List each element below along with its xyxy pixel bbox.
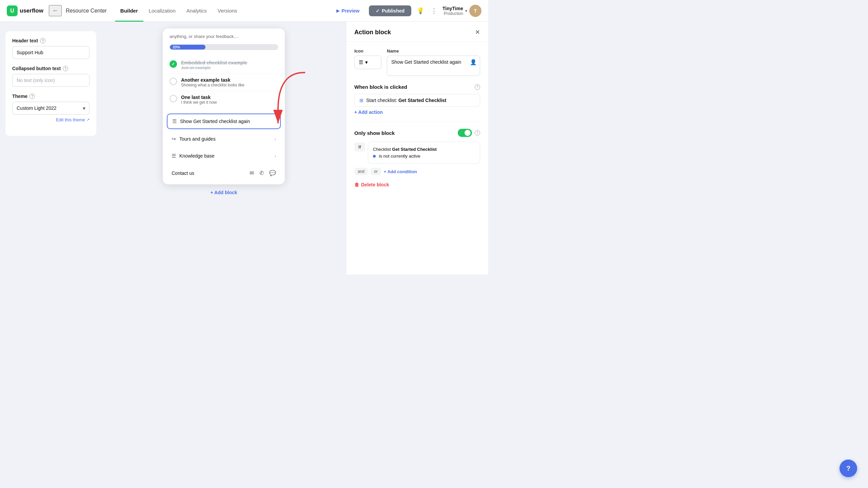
contact-icons: ✉ ✆ 💬	[250, 170, 276, 176]
back-button[interactable]: ←	[49, 5, 62, 16]
logo-icon: U	[7, 5, 18, 16]
action-block-label: Show Get Started checklist again	[180, 119, 250, 124]
contact-row: Contact us ✉ ✆ 💬	[167, 166, 281, 180]
checklist-item-title: One last task	[181, 95, 217, 100]
tours-label: Tours and guides	[179, 136, 216, 142]
and-or-row: and or + Add condition	[354, 168, 480, 175]
icon-field-label: Icon	[354, 48, 381, 54]
chevron-right-icon: ›	[275, 154, 276, 159]
name-input[interactable]: Show Get Started checklist again	[387, 56, 480, 76]
check-icon: ✓	[376, 8, 380, 14]
delete-block-button[interactable]: 🗑 Delete block	[354, 182, 480, 187]
action-block-tours[interactable]: ↪ Tours and guides ›	[167, 132, 281, 146]
action-item: ⊞ Start checklist: Get Started Checklist	[354, 94, 480, 107]
tab-versions[interactable]: Versions	[212, 0, 243, 22]
right-panel: Action block ✕ Icon ☰ ▾ Name Show Get St…	[346, 22, 488, 274]
action-block-knowledge[interactable]: ☰ Knowledge base ›	[167, 149, 281, 163]
or-badge[interactable]: or	[371, 168, 381, 175]
add-condition-button[interactable]: + Add condition	[384, 169, 417, 174]
divider	[354, 122, 480, 122]
nav-title: Resource Center	[66, 8, 107, 14]
checklist-items: Embedded checklist example Just an examp…	[163, 54, 285, 111]
tab-analytics[interactable]: Analytics	[181, 0, 212, 22]
checklist-item-sub: Just an example	[181, 65, 247, 70]
progress-bar-bg: 33%	[170, 44, 278, 50]
header-text-input[interactable]	[12, 46, 90, 59]
tours-icon: ↪	[172, 136, 176, 142]
theme-help-icon[interactable]: ?	[29, 94, 35, 99]
widget-body: anything, or share your feedback.... 33%…	[163, 28, 285, 184]
published-button[interactable]: ✓ Published	[369, 5, 411, 16]
add-block-button[interactable]: + Add block	[210, 190, 237, 195]
icon-group: Icon ☰ ▾	[354, 48, 381, 77]
checklist-icon: ☰	[172, 118, 177, 124]
collapsed-button-group: Collapsed button text ?	[12, 66, 90, 87]
kb-icon: ☰	[172, 153, 176, 159]
main-layout: Header text ? Collapsed button text ? Th…	[0, 22, 488, 274]
when-clicked-help-icon[interactable]: ?	[475, 84, 480, 90]
checklist-item: Another example task Showing what a chec…	[170, 74, 278, 91]
right-body: Icon ☰ ▾ Name Show Get Started checklist…	[346, 42, 488, 194]
collapsed-button-input[interactable]	[12, 74, 90, 87]
only-show-row: Only show block ?	[354, 129, 480, 137]
tab-localization[interactable]: Localization	[143, 0, 181, 22]
and-badge[interactable]: and	[354, 168, 368, 175]
user-info[interactable]: TinyTime Production ▾ T	[442, 5, 481, 17]
lightbulb-icon-button[interactable]: 💡	[415, 6, 426, 16]
checklist-item-title: Another example task	[181, 77, 244, 83]
progress-text: 33%	[173, 45, 180, 49]
external-link-icon: ↗	[86, 118, 90, 122]
phone-icon[interactable]: ✆	[259, 170, 264, 176]
nav-tabs: Builder Localization Analytics Versions	[115, 0, 242, 22]
top-nav: U userflow ← Resource Center Builder Loc…	[0, 0, 488, 22]
add-action-button[interactable]: + Add action	[354, 109, 480, 115]
theme-select[interactable]: Custom Light 2022	[12, 102, 90, 115]
chevron-down-icon: ▾	[465, 8, 467, 13]
center-panel: anything, or share your feedback.... 33%…	[102, 22, 346, 274]
icon-select-chevron: ▾	[365, 59, 368, 65]
preview-button[interactable]: ▶ Preview	[331, 5, 365, 16]
name-field-label: Name	[387, 48, 480, 54]
progress-section: 33%	[163, 42, 285, 54]
chat-icon[interactable]: 💬	[269, 170, 276, 176]
name-group: Name Show Get Started checklist again 👤	[387, 48, 480, 77]
action-blocks: ☰ Show Get Started checklist again ↪ Tou…	[163, 111, 285, 184]
condition-row: If Checklist Get Started Checklist is no…	[354, 142, 480, 164]
if-badge: If	[354, 142, 365, 151]
header-text-label: Header text ?	[12, 38, 90, 43]
list-icon: ☰	[359, 59, 363, 65]
progress-bar-fill: 33%	[170, 45, 205, 49]
action-block-show-checklist[interactable]: ☰ Show Get Started checklist again	[167, 114, 281, 129]
person-icon: 👤	[470, 59, 477, 65]
email-icon[interactable]: ✉	[250, 170, 254, 176]
kb-label: Knowledge base	[179, 153, 215, 159]
edit-theme-link[interactable]: Edit this theme ↗	[12, 117, 90, 122]
when-clicked-section: When block is clicked ?	[354, 84, 480, 90]
checklist-item-sub: Showing what a checklist looks like	[181, 83, 244, 87]
contact-label: Contact us	[172, 170, 194, 176]
only-show-help-icon[interactable]: ?	[475, 130, 480, 136]
user-name: TinyTime	[442, 6, 463, 11]
only-show-toggle[interactable]	[458, 129, 472, 137]
header-text-group: Header text ?	[12, 38, 90, 59]
left-panel: Header text ? Collapsed button text ? Th…	[0, 22, 102, 274]
close-button[interactable]: ✕	[475, 28, 480, 36]
checklist-item: Embedded checklist example Just an examp…	[170, 57, 278, 74]
logo: U userflow	[7, 5, 43, 16]
header-text-help-icon[interactable]: ?	[40, 38, 45, 43]
form-card: Header text ? Collapsed button text ? Th…	[5, 31, 96, 136]
collapsed-button-label: Collapsed button text ?	[12, 66, 90, 71]
collapsed-button-help-icon[interactable]: ?	[63, 66, 68, 71]
check-circle	[170, 78, 177, 85]
theme-group: Theme ? Custom Light 2022 ▾ Edit this th…	[12, 94, 90, 122]
action-item-icon: ⊞	[359, 98, 363, 103]
right-header: Action block ✕	[346, 22, 488, 42]
theme-label: Theme ?	[12, 94, 90, 99]
when-clicked-label: When block is clicked	[354, 84, 407, 90]
icon-select-button[interactable]: ☰ ▾	[354, 56, 381, 69]
avatar: T	[469, 5, 481, 17]
logo-text: userflow	[20, 7, 43, 14]
tab-builder[interactable]: Builder	[115, 0, 143, 22]
more-options-button[interactable]: ⋮	[430, 6, 438, 16]
checklist-item: One last task I think we get it now	[170, 91, 278, 108]
